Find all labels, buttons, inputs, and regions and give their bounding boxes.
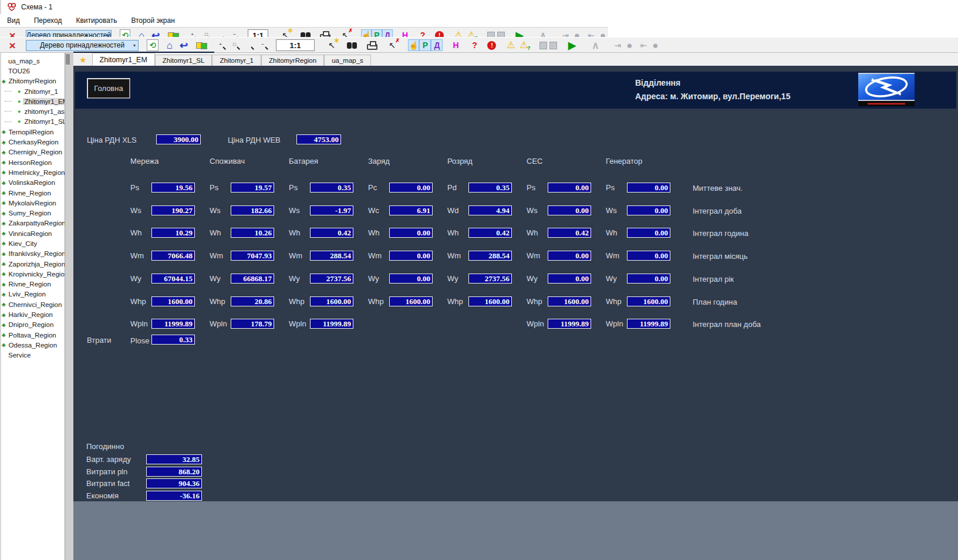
tree-icon: ♣ [2,78,6,85]
tab-zhitomyr1-sl[interactable]: Zhitomyr1_SL [155,55,212,66]
metric-value-field: 0.00 [548,183,591,193]
pan-hand-icon-clipped[interactable]: ☝ [361,29,372,37]
link-out-icon: ⇤ [638,39,649,51]
sidebar-item-zhitomyr1-sl[interactable]: ●Zhitomyr1_SL [1,117,65,127]
run-icon[interactable]: ▶ [566,39,577,51]
belonging-tree-combobox[interactable]: Дерево принадлежностей▾ [26,40,139,51]
sidebar-item-zaporizhja-region[interactable]: ♣Zaporizhja_Region [1,259,65,269]
sidebar-item-harkiv-region[interactable]: ♣Harkiv_Region [1,309,65,319]
tab-zhitomyrregion[interactable]: ZhitomyrRegion [261,55,324,66]
refresh-page-icon[interactable]: ⟲ [147,39,158,51]
home-icon[interactable]: ⌂ [164,39,175,51]
zoom-out-icon[interactable]: − [258,39,269,51]
sidebar-item-zhitomyrregion[interactable]: ♣ZhitomyrRegion [1,76,65,86]
sidebar-item-lviv-region[interactable]: ♣Lviv_Region [1,289,65,299]
close-icon[interactable]: × [7,39,18,51]
sidebar-item-chernigiv-region[interactable]: ♣Chernigiv_Region [1,147,65,157]
warning-ack-icon-clipped[interactable]: ⚠ [453,29,464,37]
find-icon-clipped[interactable] [300,32,311,38]
sidebar-item-volinskaregion[interactable]: ♣VolinskaRegion [1,178,65,188]
pick-element-icon[interactable]: ↖ [326,39,337,51]
mode-d-button-clipped[interactable]: Д [382,29,393,37]
home-icon-clipped[interactable]: ⌂ [136,29,147,37]
run-icon-clipped[interactable]: ▶ [514,29,525,37]
print-icon[interactable] [367,44,377,50]
pointer-cancel-icon[interactable]: ↖ [387,39,397,51]
mode-n-button[interactable]: Н [450,39,461,51]
metric-cell: Wm288.54 [289,251,368,261]
sidebar-item-hmelnicky-region[interactable]: ♣Hmelnicky_Region [1,167,65,177]
sidebar-item-rivne-region[interactable]: ♣Rivne_Region [1,188,65,198]
home-page-button[interactable]: Головна [87,78,130,99]
zoom-window-icon-clipped[interactable]: □ [202,29,212,37]
pick-element-icon-clipped[interactable]: ↖ [280,29,291,37]
mode-r-button-clipped[interactable]: Р [372,29,382,37]
alarm-icon[interactable]: ! [487,41,496,50]
zoom-selected-icon[interactable] [244,39,255,51]
return-arrow-icon[interactable]: ↩ [178,39,189,51]
pointer-cancel-icon-clipped[interactable]: ↖ [340,29,350,37]
sidebar-item-poltava-region[interactable]: ♣Poltava_Region [1,330,65,340]
pan-hand-icon[interactable]: ☝ [408,39,419,51]
sidebar-item-sumy-region[interactable]: ♣Sumy_Region [1,208,65,218]
refresh-page-icon-clipped[interactable]: ⟲ [120,29,130,37]
sidebar-item-cherkasyregion[interactable]: ♣CherkasyRegion [1,137,65,147]
sidebar-item-dnipro-region[interactable]: ♣Dnipro_Region [1,320,65,330]
warning-test-icon-clipped[interactable]: ⚠ [466,29,477,37]
zoom-in-icon[interactable]: + [216,39,227,51]
splitter-handle[interactable] [66,54,70,65]
alarm-icon-clipped[interactable]: ! [435,31,444,38]
menu-view[interactable]: Вид [7,16,20,25]
close-icon-clipped[interactable]: × [7,29,18,37]
sidebar-item-label: Zhitomyr1_EM [23,98,65,105]
sidebar-item-chernivci-region[interactable]: ♣Chernivci_Region [1,299,65,309]
metric-cell: Wpln11999.89 [130,319,210,329]
sidebar-splitter[interactable] [65,53,73,560]
metric-cell: Whp1600.00 [289,296,368,306]
sidebar-item-zhitomyr1-asoe[interactable]: ●zhitomyr1_asoe [1,106,65,116]
menu-second-screen[interactable]: Второй экран [131,16,174,25]
sidebar-item-kiev-city[interactable]: ♣Kiev_City [1,238,65,248]
metric-param-label: Wm [447,251,468,260]
sidebar-item-zakarpattyaregion[interactable]: ♣ZakarpattyaRegion [1,218,65,228]
sidebar-item-odessa-region[interactable]: ♣Odessa_Region [1,340,65,350]
sidebar-item-ua-map-s[interactable]: ua_map_s [1,56,65,66]
sidebar-item-kropivnicky-region[interactable]: ♣Kropivnicky_Region [1,269,65,279]
menu-acknowledge[interactable]: Квитировать [76,16,117,25]
sidebar-item-tou26[interactable]: TOU26 [1,66,65,76]
metric-value-field: 1600.00 [310,296,353,306]
menu-navigate[interactable]: Переход [34,16,62,25]
sidebar-item-service[interactable]: Service [1,350,65,360]
layers-icon-clipped[interactable] [168,31,178,37]
sidebar-item-ifrankivsky-region[interactable]: ♣Ifrankivsky_Region [1,249,65,259]
mode-d-button[interactable]: Д [431,39,443,51]
zoom-out-icon-clipped[interactable]: − [230,29,241,37]
tab-zhitomyr1-em[interactable]: Zhitomyr1_EM [92,53,155,66]
sidebar-item-hersonregion[interactable]: ♣HersonRegion [1,157,65,167]
warning-test-icon[interactable]: ⚠ [518,39,529,51]
zoom-window-icon[interactable]: □ [230,39,241,51]
mode-r-button[interactable]: Р [419,39,431,51]
help-icon[interactable]: ? [468,39,480,51]
tab-zhitomyr-1[interactable]: Zhitomyr_1 [212,55,261,66]
tab-ua-map-s[interactable]: ua_map_s [324,55,371,66]
favorite-star-icon[interactable]: ★ [79,56,87,64]
sidebar-item-rivne-region[interactable]: ♣Rivne_Region [1,279,65,289]
belonging-tree-combobox-clipped[interactable]: Дерево принадлежностей▾ [26,30,112,38]
zoom-in-icon-clipped[interactable]: + [188,29,198,37]
sidebar-item-zhitomyr1-em[interactable]: ●Zhitomyr1_EM [1,96,65,106]
metric-param-label: Wh [130,228,151,237]
sidebar-item-ternopilregion[interactable]: ♣TernopilRegion [1,127,65,137]
zoom-selected-icon-clipped[interactable] [216,29,227,37]
return-arrow-icon-clipped[interactable]: ↩ [150,29,161,37]
warning-ack-icon[interactable]: ⚠ [505,39,516,51]
layers-icon[interactable] [196,41,207,49]
sidebar-item-vinnicaregion[interactable]: ♣VinnicaRegion [1,228,65,238]
price-label-1: Ціна РДН WEB [228,136,281,144]
sidebar-item-zhitomyr-1[interactable]: ●Zhitomyr_1 [1,86,65,96]
mode-n-button-clipped[interactable]: Н [400,29,410,37]
find-icon[interactable] [346,42,357,49]
link-in-icon-clipped: ⇥ [560,29,571,37]
sidebar-item-mykolaivregion[interactable]: ♣MykolaivRegion [1,198,65,208]
help-icon-clipped[interactable]: ? [417,29,428,37]
